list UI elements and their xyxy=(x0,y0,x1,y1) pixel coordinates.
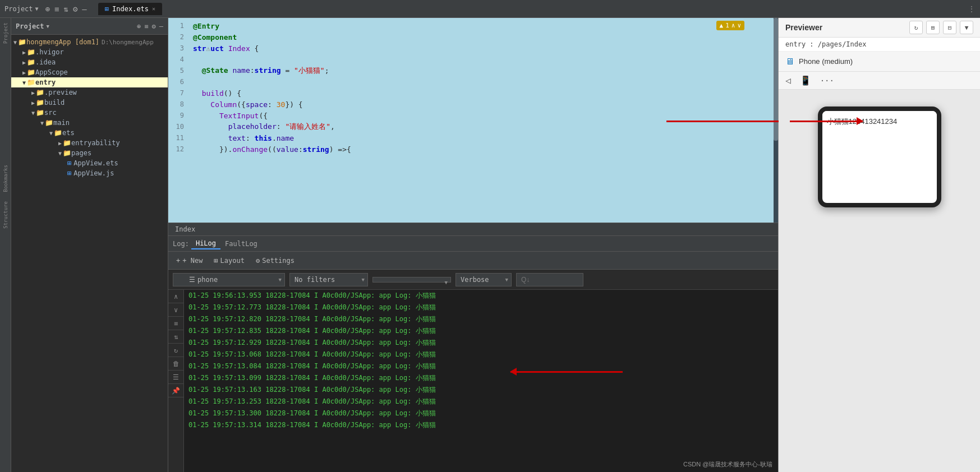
device-value: phone xyxy=(197,276,218,284)
log-content-area: ∧ ∨ ≡ ⇅ ↻ 🗑 ☰ 📌 01-25 19:56:13.953 18228… xyxy=(168,290,778,472)
code-line-4: 4 xyxy=(168,54,778,65)
tree-item-idea[interactable]: ▶ 📁 .idea xyxy=(11,57,168,67)
new-label: + New xyxy=(182,257,203,265)
scroll-thumb[interactable] xyxy=(774,18,778,141)
log-line: 01-25 19:56:13.953 18228-17084 I A0c0d0/… xyxy=(184,290,778,302)
warning-badge[interactable]: ▲ 1 ∧ ∨ xyxy=(716,21,745,30)
layout-icon: ⊞ xyxy=(214,257,218,265)
log-line: 01-25 19:57:12.929 18228-17084 I A0c0d0/… xyxy=(184,337,778,349)
new-button[interactable]: + + New xyxy=(173,256,206,266)
project-header-title: Project xyxy=(16,22,44,30)
log-line: 01-25 19:57:13.163 18228-17084 I A0c0d0/… xyxy=(184,384,778,396)
project-side-label[interactable]: Project xyxy=(3,22,8,44)
tree-item-hvigor[interactable]: ▶ 📁 .hvigor xyxy=(11,47,168,57)
entry-path-text: entry : /pages/Index xyxy=(785,40,867,48)
sort-icon[interactable]: ⇅ xyxy=(63,4,68,13)
grid-btn[interactable]: ⊟ xyxy=(943,21,956,34)
tree-label7: build xyxy=(44,99,65,107)
tree-label3: .idea xyxy=(35,58,56,66)
previewer-header: Previewer ↻ ⊞ ⊟ ▼ xyxy=(779,18,980,38)
folder-icon8: 📁 xyxy=(36,109,44,117)
code-line-10: 10 placeholder: "请输入姓名", xyxy=(168,121,778,132)
previewer-screen-area: 小猫猫123413241234 xyxy=(779,90,980,472)
filter-btn[interactable]: ☰ xyxy=(168,371,183,384)
tree-item-appscope[interactable]: ▶ 📁 AppScope xyxy=(11,67,168,77)
log-toolbar: + + New ⊞ Layout ⚙ Settings xyxy=(168,252,778,270)
folder-icon5: 📁 xyxy=(27,78,35,86)
log-line: 01-25 19:57:12.773 18228-17084 I A0c0d0/… xyxy=(184,302,778,313)
tree-item-appview-js[interactable]: ⊞ AppView.js xyxy=(11,168,168,178)
settings-icon[interactable]: ⚙ xyxy=(73,4,77,13)
pin-btn[interactable]: 📌 xyxy=(168,384,183,397)
refresh-btn[interactable]: ↻ xyxy=(168,344,183,357)
structure-side-label[interactable]: Structure xyxy=(3,201,8,229)
tree-item-src[interactable]: ▼ 📁 src xyxy=(11,108,168,118)
settings2-icon[interactable]: ⚙ xyxy=(152,22,156,30)
device-filter-wrap: ☰ phone ▼ xyxy=(173,273,285,286)
refresh-previewer-btn[interactable]: ↻ xyxy=(909,21,923,34)
tree-item-pages[interactable]: ▼ 📁 pages xyxy=(11,148,168,158)
file-icon2: ⊞ xyxy=(67,169,71,177)
add-icon[interactable]: ⊕ xyxy=(45,4,50,13)
extra-chevron-icon: ▼ xyxy=(445,280,448,285)
settings-button[interactable]: ⚙ Settings xyxy=(252,256,298,266)
nofilters-dropdown[interactable]: No filters ▼ xyxy=(289,273,368,286)
more-previewer-btn[interactable]: ▼ xyxy=(960,21,973,34)
log-lines: 01-25 19:56:13.953 18228-17084 I A0c0d0/… xyxy=(184,290,778,472)
tree-item-appview-ets[interactable]: ⊞ AppView.ets xyxy=(11,158,168,168)
list-icon[interactable]: ≡ xyxy=(54,4,59,13)
folder-icon11: 📁 xyxy=(63,139,71,147)
list2-icon[interactable]: ≡ xyxy=(144,22,148,30)
device-dropdown[interactable]: ☰ phone ▼ xyxy=(173,273,285,286)
project-arrow-icon: ▼ xyxy=(47,24,49,29)
tree-item-build[interactable]: ▶ 📁 build xyxy=(11,98,168,108)
device-chevron-icon: ▼ xyxy=(279,277,282,283)
verbose-dropdown[interactable]: Verbose ▼ xyxy=(456,273,512,286)
layout-button[interactable]: ⊞ Layout xyxy=(210,256,248,266)
tree-arrow10: ▼ xyxy=(49,130,53,136)
editor-log-area: ▲ 1 ∧ ∨ 1 @Entry 2 @Component 3 str⚠uct … xyxy=(168,18,778,472)
scroll-auto-btn[interactable]: ⇅ xyxy=(168,330,183,344)
tree-item-hongmeng[interactable]: ▼ 📁 hongmengApp [dom1] D:\hongmengApp xyxy=(11,37,168,47)
tree-label2: .hvigor xyxy=(35,48,64,56)
log-panel: Log: HiLog FaultLog + + New ⊞ Layout ⚙ xyxy=(168,236,778,472)
tab-close-icon[interactable]: ✕ xyxy=(152,6,155,12)
tree-item-main[interactable]: ▼ 📁 main xyxy=(11,118,168,128)
tree-item-entryability[interactable]: ▶ 📁 entryability xyxy=(11,138,168,148)
folder-icon10: 📁 xyxy=(54,129,62,137)
minimize2-icon[interactable]: — xyxy=(159,22,163,30)
tree-label8: src xyxy=(44,109,57,117)
layout-label: Layout xyxy=(220,257,245,265)
file-tab-icon: ⊞ xyxy=(105,5,109,13)
code-line-6: 6 xyxy=(168,76,778,87)
log-tab-faultlog[interactable]: FaultLog xyxy=(220,239,262,249)
more-controls-btn[interactable]: ··· xyxy=(820,76,834,85)
extra-filter-dropdown[interactable]: ▼ xyxy=(372,277,451,283)
project-dropdown[interactable]: Project ▼ xyxy=(4,5,39,13)
tree-item-preview[interactable]: ▶ 📁 .preview xyxy=(11,87,168,98)
layers-btn[interactable]: ⊞ xyxy=(926,21,940,34)
minimize-icon[interactable]: — xyxy=(82,4,86,13)
sync-icon[interactable]: ⊕ xyxy=(137,22,141,30)
trash-btn[interactable]: 🗑 xyxy=(168,357,183,371)
scroll-down-btn[interactable]: ∨ xyxy=(168,303,183,317)
bookmarks-side-label[interactable]: Bookmarks xyxy=(3,165,8,192)
log-tab-hilog[interactable]: HiLog xyxy=(191,238,220,249)
back-btn[interactable]: ◁ xyxy=(785,75,791,86)
log-search-input[interactable] xyxy=(516,273,583,286)
previewer-controls: ◁ 📱 ··· xyxy=(779,72,980,90)
code-line-8: 8 Column({space: 30}) { xyxy=(168,99,778,110)
log-line: 01-25 19:57:13.314 18228-17084 I A0c0d0/… xyxy=(184,419,778,431)
red-arrow-ext xyxy=(666,121,779,122)
settings-gear-icon: ⚙ xyxy=(256,257,260,265)
tree-item-entry[interactable]: ▼ 📁 entry xyxy=(11,77,168,87)
phone-preview-icon[interactable]: 📱 xyxy=(800,75,811,86)
editor-tab-active[interactable]: ⊞ Index.ets ✕ xyxy=(98,3,162,15)
scroll-lines-btn[interactable]: ≡ xyxy=(168,317,183,330)
tab-more-btn[interactable]: ⋮ xyxy=(968,4,976,13)
tree-label5: entry xyxy=(35,78,56,86)
code-line-7: 7 build() { xyxy=(168,87,778,99)
tree-item-ets[interactable]: ▼ 📁 ets xyxy=(11,128,168,138)
tree-label6: .preview xyxy=(44,89,77,96)
scroll-up-btn[interactable]: ∧ xyxy=(168,290,183,303)
